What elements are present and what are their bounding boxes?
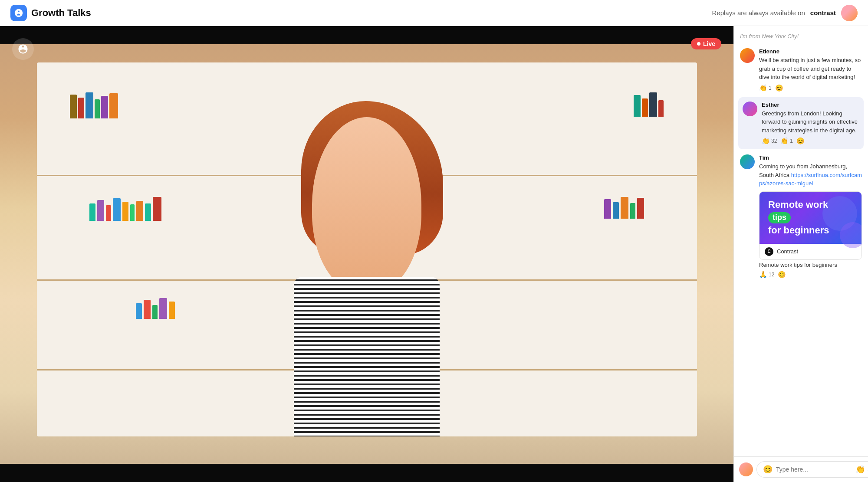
- card-title-highlight: tips: [768, 212, 791, 223]
- video-area: Live: [0, 26, 733, 482]
- message-body-tim: Tim Coming to you from Johannesburg, Sou…: [759, 154, 862, 279]
- card-reactions: 🙏 12 😊: [759, 271, 862, 279]
- live-label: Live: [703, 40, 715, 47]
- chat-message-highlighted: Esther Greetings from London! Looking fo…: [738, 97, 864, 150]
- header-right: Replays are always available on contrast: [712, 5, 858, 21]
- reactions-etienne: 👏 1 😊: [759, 84, 862, 92]
- message-text-tim: Coming to you from Johannesburg, South A…: [759, 162, 862, 188]
- username-esther: Esther: [762, 102, 859, 108]
- avatar-tim: [740, 154, 755, 169]
- reaction-item[interactable]: 👏 32: [762, 137, 777, 145]
- username-tim: Tim: [759, 154, 862, 161]
- avatar-etienne: [740, 48, 755, 63]
- avatar[interactable]: [841, 5, 858, 21]
- contrast-logo-letter: C: [767, 249, 770, 254]
- avatar-esther: [743, 102, 757, 116]
- main-layout: Live I'm from New York City! Etienne We'…: [0, 26, 868, 482]
- app-logo: [10, 5, 27, 21]
- message-text-esther: Greetings from London! Looking forward t…: [762, 109, 859, 135]
- chat-input-wrapper: 😊 👏 😂 🔥: [756, 461, 868, 478]
- reaction-emoji: 👏: [780, 137, 789, 145]
- shared-card[interactable]: Remote work tips for beginners C Contras…: [759, 191, 862, 260]
- reaction-item[interactable]: 😊: [775, 84, 783, 92]
- video-overlay: [0, 26, 733, 482]
- chat-panel: I'm from New York City! Etienne We'll be…: [733, 26, 868, 482]
- reaction-item[interactable]: 🙏 12: [759, 271, 774, 279]
- emoji-picker-icon[interactable]: 😊: [763, 465, 773, 474]
- reactions-esther: 👏 32 👏 1 😊: [762, 137, 859, 145]
- card-label: Contrast: [777, 248, 798, 255]
- chat-input[interactable]: [776, 466, 852, 473]
- header-left: Growth Talks: [10, 5, 91, 21]
- video-watermark: [12, 38, 34, 60]
- reaction-emoji: 😊: [775, 84, 783, 92]
- clap-reaction-button[interactable]: 👏: [855, 465, 865, 474]
- replay-text: Replays are always available on: [712, 9, 805, 16]
- reaction-count: 32: [771, 138, 777, 144]
- card-title-line1: Remote work: [768, 199, 828, 210]
- username-etienne: Etienne: [759, 48, 862, 55]
- shared-card-image: Remote work tips for beginners: [760, 192, 861, 244]
- chat-input-area: 😊 👏 😂 🔥: [734, 456, 868, 482]
- card-description: Remote work tips for beginners: [759, 262, 862, 268]
- reaction-item[interactable]: 😊: [778, 271, 786, 279]
- reaction-emoji: 👏: [759, 84, 767, 92]
- reaction-item[interactable]: 👏 1: [759, 84, 772, 92]
- video-canvas: Live: [0, 26, 733, 482]
- app-title: Growth Talks: [31, 7, 91, 19]
- chat-scroll-hint: I'm from New York City!: [740, 33, 862, 41]
- card-blob2: [840, 222, 862, 248]
- replay-brand: contrast: [810, 9, 836, 16]
- reaction-count: 1: [769, 85, 772, 91]
- reaction-count: 1: [790, 138, 793, 144]
- chat-message-tim: Tim Coming to you from Johannesburg, Sou…: [740, 154, 862, 279]
- reaction-emoji: 😊: [796, 137, 805, 145]
- reaction-emoji: 🙏: [759, 271, 767, 279]
- current-user-avatar: [739, 462, 753, 476]
- app-header: Growth Talks Replays are always availabl…: [0, 0, 868, 26]
- message-text-etienne: We'll be starting in just a few minutes,…: [759, 56, 862, 82]
- reaction-emoji: 😊: [778, 271, 786, 279]
- live-dot: [697, 42, 700, 46]
- contrast-logo: C: [765, 247, 773, 256]
- reaction-count: 12: [769, 272, 774, 278]
- chat-messages: I'm from New York City! Etienne We'll be…: [734, 26, 868, 456]
- reaction-item[interactable]: 😊: [796, 137, 805, 145]
- message-body-etienne: Etienne We'll be starting in just a few …: [759, 48, 862, 92]
- shared-card-title: Remote work tips for beginners: [768, 199, 829, 237]
- chat-message: Etienne We'll be starting in just a few …: [740, 48, 862, 92]
- reaction-emoji: 👏: [762, 137, 770, 145]
- reaction-item[interactable]: 👏 1: [780, 137, 793, 145]
- card-title-line3: for beginners: [768, 225, 829, 236]
- live-badge: Live: [691, 38, 721, 49]
- message-body-esther: Esther Greetings from London! Looking fo…: [762, 102, 859, 145]
- chat-input-actions: 👏 😂 🔥: [855, 465, 868, 474]
